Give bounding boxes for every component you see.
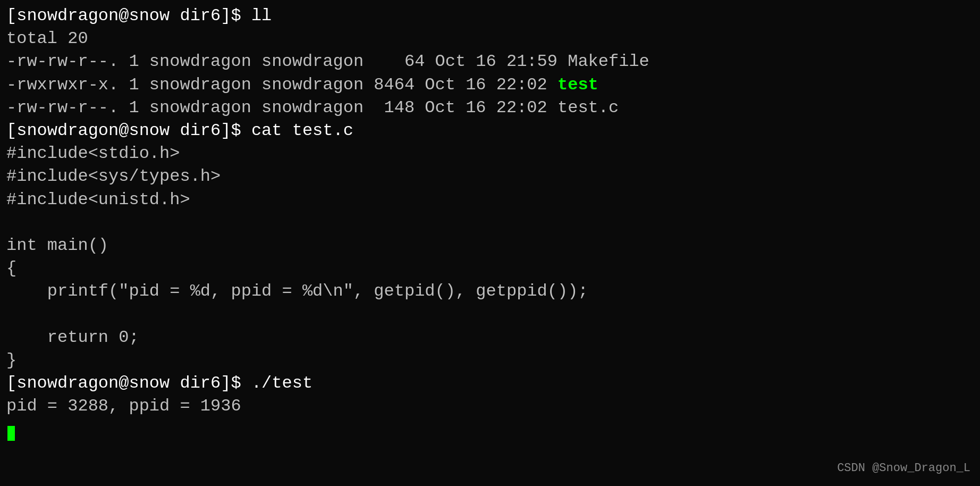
line-14 [6,303,974,325]
line-16: } [6,349,974,372]
prompt-text: [snowdragon@snow dir6]$ ll [6,6,272,26]
prompt-cat: [snowdragon@snow dir6]$ cat test.c [6,121,353,140]
cursor [7,426,15,441]
line-11: int main() [6,234,974,257]
watermark: CSDN @Snow_Dragon_L [837,460,970,476]
executable-file: test [557,75,598,95]
line-10 [6,211,974,234]
line-5: -rw-rw-r--. 1 snowdragon snowdragon 148 … [6,96,974,119]
line-19 [6,417,974,440]
line-1: [snowdragon@snow dir6]$ ll [6,4,974,27]
line-13: printf("pid = %d, ppid = %d\n", getpid()… [6,280,974,303]
line-4: -rwxrwxr-x. 1 snowdragon snowdragon 8464… [6,73,974,96]
line-6: [snowdragon@snow dir6]$ cat test.c [6,119,974,142]
line-17: [snowdragon@snow dir6]$ ./test [6,372,974,395]
line-9: #include<unistd.h> [6,188,974,211]
line-8: #include<sys/types.h> [6,165,974,188]
line-3: -rw-rw-r--. 1 snowdragon snowdragon 64 O… [6,50,974,73]
line-12: { [6,257,974,280]
line-15: return 0; [6,326,974,349]
line-2: total 20 [6,27,974,50]
line-7: #include<stdio.h> [6,142,974,165]
line-18: pid = 3288, ppid = 1936 [6,395,974,417]
terminal: [snowdragon@snow dir6]$ ll total 20 -rw-… [6,4,974,486]
prompt-run: [snowdragon@snow dir6]$ ./test [6,373,312,393]
